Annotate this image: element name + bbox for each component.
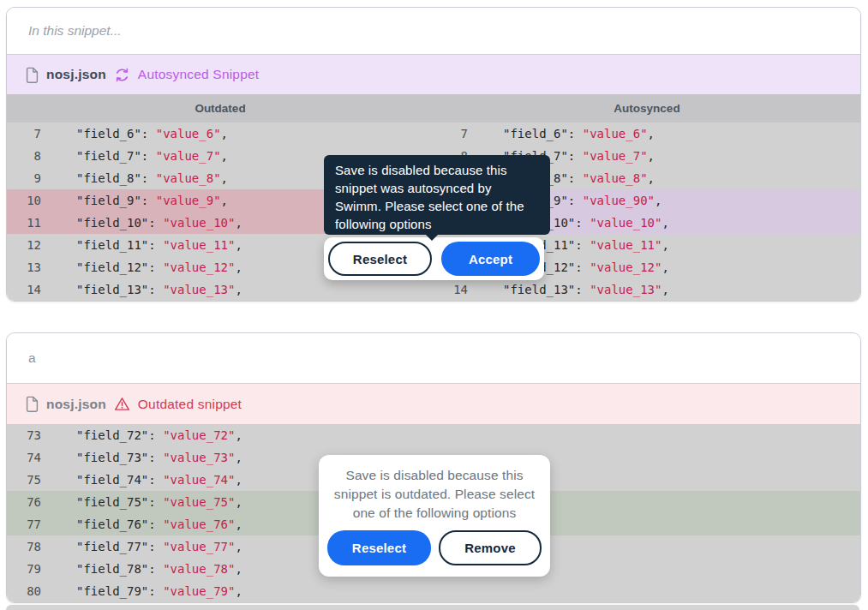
line-number: 12 [7, 234, 41, 256]
remove-button[interactable]: Remove [439, 530, 542, 565]
line-number: 8 [7, 145, 41, 167]
autosynced-status-label: Autosynced Snippet [138, 67, 259, 82]
next-panel-edge [6, 605, 859, 610]
line-number: 74 [7, 446, 41, 469]
code-text: "field_74": "value_74", [76, 469, 242, 491]
reselect-button[interactable]: Reselect [328, 242, 432, 276]
snippet-file-header: nosj.json Autosynced Snippet [7, 55, 860, 94]
code-text: "field_72": "value_72", [76, 424, 242, 446]
card-actions: Reselect Remove [319, 530, 550, 565]
autosync-icon [114, 67, 130, 83]
tooltip-text-line: Save is disabled because this [319, 466, 550, 485]
code-text: "field_11": "value_11", [76, 234, 242, 256]
code-text: "field_6": "value_6", [503, 123, 655, 145]
tooltip-arrow [424, 233, 440, 241]
code-text: "field_8": "value_8", [76, 167, 228, 189]
tooltip-text-line: Save is disabled because this [335, 161, 540, 179]
line-number: 80 [7, 580, 41, 602]
code-text: "field_78": "value_78", [76, 558, 242, 580]
line-number: 75 [7, 469, 41, 491]
code-text: "field_6": "value_6", [76, 123, 228, 145]
line-number: 73 [7, 424, 41, 446]
line-number: 7 [434, 123, 468, 145]
snippet-card-outdated: nosj.json Outdated snippet 73"field_72":… [6, 332, 861, 603]
save-disabled-message: Save is disabled because thissnippet is … [319, 466, 550, 523]
code-line: 14"field_13": "value_13", [434, 278, 860, 301]
tooltip-text-line: following options [335, 215, 540, 233]
tooltip-text-line: Swimm. Please select one of the [335, 197, 540, 215]
code-line: 7"field_6": "value_6", [434, 123, 860, 145]
code-line: 80"field_79": "value_79", [7, 580, 860, 602]
code-text: "field_75": "value_75", [76, 491, 242, 513]
line-number: 14 [7, 278, 41, 301]
code-text: "field_73": "value_73", [76, 446, 242, 469]
line-number: 77 [7, 513, 41, 535]
column-header-autosynced: Autosynced [434, 94, 860, 123]
code-line: 73"field_72": "value_72", [7, 424, 860, 446]
file-name: nosj.json [46, 67, 106, 82]
save-disabled-card: Save is disabled because thissnippet is … [319, 455, 550, 577]
tooltip-text-line: one of the following options [319, 504, 550, 523]
code-text: "field_9": "value_9", [76, 189, 228, 212]
line-number: 10 [7, 189, 41, 212]
snippet-file-header: nosj.json Outdated snippet [7, 384, 860, 424]
line-number: 13 [7, 256, 41, 278]
code-text: "field_79": "value_79", [76, 580, 242, 602]
snippet-caption-row [7, 333, 860, 384]
tooltip-actions: Reselect Accept [324, 237, 544, 280]
accept-button[interactable]: Accept [441, 242, 540, 276]
code-text: "field_13": "value_13", [503, 278, 669, 301]
file-icon [26, 396, 39, 412]
code-text: "field_10": "value_10", [76, 212, 242, 234]
line-number: 11 [7, 212, 41, 234]
column-header-outdated: Outdated [7, 94, 434, 123]
outdated-status-label: Outdated snippet [138, 397, 242, 412]
tooltip-text-line: snippet is outdated. Please select [319, 485, 550, 504]
line-number: 78 [7, 535, 41, 558]
code-text: "field_12": "value_12", [76, 256, 242, 278]
snippet-caption-input[interactable] [27, 350, 841, 367]
line-number: 79 [7, 558, 41, 580]
snippet-caption-row [7, 8, 860, 55]
snippet-card-autosynced: nosj.json Autosynced Snippet Outdated Au… [6, 7, 861, 302]
line-number: 9 [7, 167, 41, 189]
diff-column-headers: Outdated Autosynced [7, 94, 860, 123]
line-number: 14 [434, 278, 468, 301]
file-name: nosj.json [46, 397, 106, 412]
reselect-button[interactable]: Reselect [327, 530, 431, 565]
code-line: 14"field_13": "value_13", [7, 278, 434, 301]
warning-icon [114, 397, 130, 411]
code-text: "field_13": "value_13", [76, 278, 242, 301]
code-text: "field_77": "value_77", [76, 535, 242, 558]
line-number: 7 [7, 123, 41, 145]
snippet-caption-input[interactable] [27, 22, 841, 39]
tooltip-text-line: snippet was autosynced by [335, 179, 540, 197]
file-icon [26, 67, 39, 83]
code-line: 7"field_6": "value_6", [7, 123, 434, 145]
code-text: "field_7": "value_7", [76, 145, 228, 167]
save-disabled-tooltip: Save is disabled because thissnippet was… [324, 155, 550, 235]
code-text: "field_76": "value_76", [76, 513, 242, 535]
line-number: 76 [7, 491, 41, 513]
